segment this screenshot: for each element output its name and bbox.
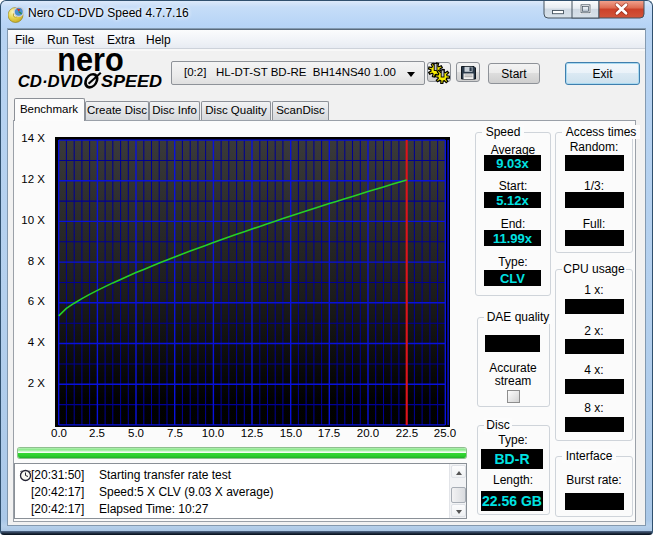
- svg-text:CD·DVD: CD·DVD: [18, 72, 83, 91]
- svg-text:SPEED: SPEED: [101, 72, 162, 91]
